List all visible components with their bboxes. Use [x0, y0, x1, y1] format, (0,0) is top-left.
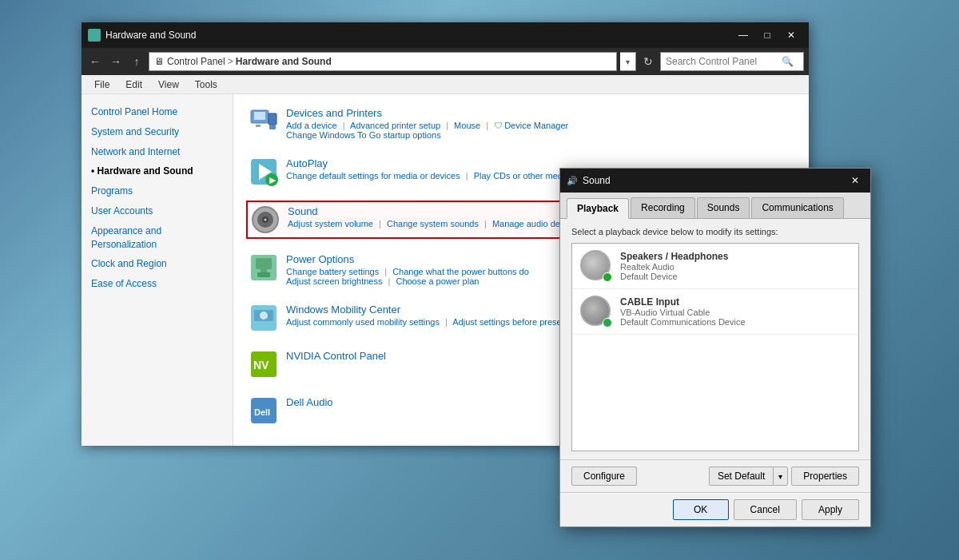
set-default-button[interactable]: Set Default: [709, 467, 773, 486]
search-input[interactable]: [666, 56, 782, 67]
svg-text:▶: ▶: [269, 176, 277, 185]
sound-link-volume[interactable]: Adjust system volume: [288, 219, 373, 228]
tab-playback[interactable]: Playback: [567, 198, 629, 219]
maximize-button[interactable]: □: [756, 27, 778, 43]
title-bar-controls: — □ ✕: [732, 27, 802, 43]
speakers-icon-wrap: [580, 250, 612, 282]
dell-title[interactable]: Dell Audio: [286, 396, 333, 408]
tab-recording[interactable]: Recording: [631, 197, 695, 218]
svg-rect-16: [257, 272, 270, 277]
up-button[interactable]: ↑: [128, 53, 145, 70]
sound-dialog: 🔊 Sound ✕ Playback Recording Sounds Comm…: [559, 168, 871, 527]
sound-text: Sound Adjust system volume | Change syst…: [288, 205, 580, 228]
svg-rect-15: [261, 269, 267, 272]
search-icon: 🔍: [782, 56, 794, 67]
power-link-battery[interactable]: Change battery settings: [286, 267, 379, 276]
devices-link-windows-go[interactable]: Change Windows To Go startup options: [286, 130, 441, 140]
dialog-bottom-actions: OK Cancel Apply: [560, 492, 870, 526]
power-link-buttons[interactable]: Change what the power buttons do: [392, 267, 529, 276]
address-path[interactable]: 🖥 Control Panel > Hardware and Sound: [149, 52, 617, 71]
menu-file[interactable]: File: [88, 77, 116, 92]
sidebar-item-clock[interactable]: Clock and Region: [82, 254, 233, 274]
mobility-link-common[interactable]: Adjust commonly used mobility settings: [286, 317, 440, 327]
properties-button[interactable]: Properties: [791, 467, 859, 486]
minimize-button[interactable]: —: [732, 27, 754, 43]
nvidia-icon: NV: [249, 350, 278, 379]
power-icon: [249, 253, 278, 282]
cable-info: CABLE Input VB-Audio Virtual Cable Defau…: [620, 296, 839, 327]
cable-sub2: Default Communications Device: [620, 317, 839, 327]
svg-rect-14: [256, 258, 272, 269]
menu-bar: File Edit View Tools: [82, 75, 809, 94]
cable-status-dot: [603, 318, 612, 328]
set-default-wrap: Set Default ▾: [709, 467, 788, 486]
dialog-title-bar: 🔊 Sound ✕: [560, 169, 870, 193]
close-button[interactable]: ✕: [780, 27, 802, 43]
power-text: Power Options Change battery settings | …: [286, 253, 529, 286]
ok-button[interactable]: OK: [673, 499, 729, 520]
menu-edit[interactable]: Edit: [119, 77, 149, 92]
devices-link-manager[interactable]: Device Manager: [504, 121, 568, 130]
set-default-arrow[interactable]: ▾: [773, 467, 788, 486]
mobility-text: Windows Mobility Center Adjust commonly …: [286, 304, 588, 327]
devices-icon: [249, 107, 278, 136]
sidebar-item-ease[interactable]: Ease of Access: [82, 274, 233, 294]
devices-title[interactable]: Devices and Printers: [286, 107, 568, 119]
dialog-bottom-row1: Configure Set Default ▾ Properties: [560, 459, 870, 492]
mobility-links: Adjust commonly used mobility settings |…: [286, 317, 588, 327]
apply-button[interactable]: Apply: [802, 499, 859, 520]
window-title: Hardware and Sound: [105, 30, 732, 41]
menu-tools[interactable]: Tools: [189, 77, 224, 92]
device-list: Speakers / Headphones Realtek Audio Defa…: [571, 243, 859, 451]
sidebar-item-home[interactable]: Control Panel Home: [82, 102, 233, 122]
refresh-button[interactable]: ↻: [639, 53, 657, 70]
speakers-sub2: Default Device: [620, 272, 839, 281]
sound-link-system-sounds[interactable]: Change system sounds: [387, 219, 479, 228]
address-dropdown[interactable]: ▾: [620, 52, 636, 71]
sidebar-item-users[interactable]: User Accounts: [82, 201, 233, 221]
mobility-title[interactable]: Windows Mobility Center: [286, 304, 588, 316]
power-links: Change battery settings | Change what th…: [286, 267, 529, 286]
back-button[interactable]: ←: [86, 53, 104, 70]
sidebar-item-hardware[interactable]: Hardware and Sound: [82, 161, 233, 181]
tab-communications[interactable]: Communications: [751, 197, 843, 218]
devices-link-printer[interactable]: Advanced printer setup: [350, 121, 440, 130]
sound-title[interactable]: Sound: [288, 205, 580, 217]
autoplay-link-default[interactable]: Change default settings for media or dev…: [286, 171, 460, 181]
sidebar-item-appearance[interactable]: Appearance and Personalization: [82, 221, 233, 255]
power-link-brightness[interactable]: Adjust screen brightness: [286, 276, 382, 286]
svg-rect-2: [256, 125, 261, 127]
sidebar-item-programs[interactable]: Programs: [82, 181, 233, 201]
device-item-speakers[interactable]: Speakers / Headphones Realtek Audio Defa…: [572, 244, 858, 289]
dialog-title: Sound: [583, 175, 846, 186]
title-bar: Hardware and Sound — □ ✕: [82, 22, 809, 48]
dialog-title-icon: 🔊: [567, 176, 578, 186]
menu-view[interactable]: View: [152, 77, 185, 92]
tab-sounds[interactable]: Sounds: [697, 197, 750, 218]
sidebar-item-network[interactable]: Network and Internet: [82, 142, 233, 162]
sidebar-item-system[interactable]: System and Security: [82, 122, 233, 142]
devices-link-add[interactable]: Add a device: [286, 121, 337, 130]
section-devices: Devices and Printers Add a device | Adva…: [246, 104, 796, 143]
power-link-plan[interactable]: Choose a power plan: [396, 276, 479, 286]
svg-rect-4: [269, 125, 276, 129]
devices-link-mouse[interactable]: Mouse: [454, 121, 480, 130]
svg-point-19: [260, 312, 268, 320]
cable-sub1: VB-Audio Virtual Cable: [620, 308, 839, 317]
cable-icon-wrap: [580, 296, 612, 328]
window-icon: [88, 29, 101, 42]
power-title[interactable]: Power Options: [286, 253, 529, 265]
dialog-close-button[interactable]: ✕: [846, 173, 864, 188]
path-current: Hardware and Sound: [236, 56, 332, 67]
device-item-cable[interactable]: CABLE Input VB-Audio Virtual Cable Defau…: [572, 289, 858, 335]
dialog-content: Select a playback device below to modify…: [560, 219, 870, 459]
svg-text:Dell: Dell: [254, 407, 270, 417]
shield-icon: 🛡: [494, 121, 503, 130]
svg-rect-3: [269, 113, 277, 125]
forward-button[interactable]: →: [107, 53, 125, 70]
sound-icon: [251, 205, 280, 234]
nvidia-title[interactable]: NVIDIA Control Panel: [286, 350, 386, 362]
cancel-button[interactable]: Cancel: [734, 499, 797, 520]
configure-button[interactable]: Configure: [571, 467, 637, 486]
speakers-sub1: Realtek Audio: [620, 262, 839, 272]
